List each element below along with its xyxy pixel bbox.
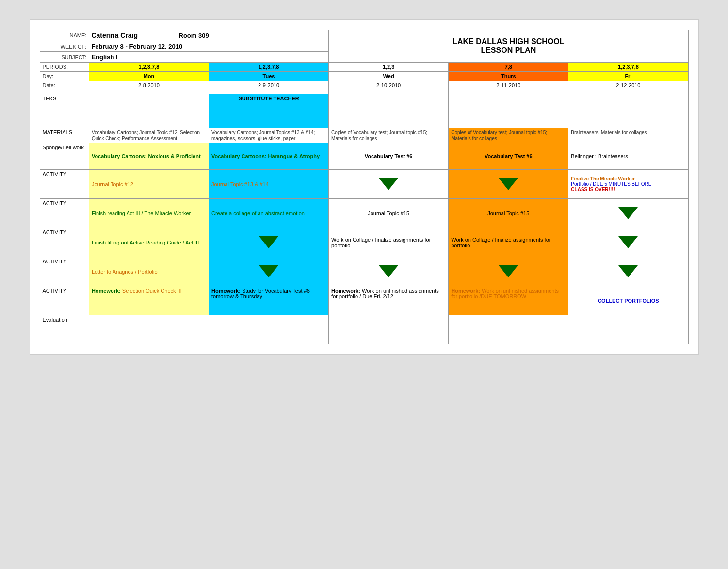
wed-sponge: Vocabulary Test #6 [365,153,413,159]
thu-activity2: Journal Topic #15 [487,211,529,216]
mon-activity1: Journal Topic #12 [92,181,133,187]
tue-sponge: Vocabulary Cartoons: Harangue & Atrophy [211,153,320,159]
wed-activity1-arrow [331,174,446,194]
activity4-row: ACTIVITY Letter to Anagnos / Portfolio [40,257,688,286]
fri-activity1: Finalize The Miracle Worker Portfolio / … [571,176,685,192]
evaluation-row: Evaluation [40,315,688,344]
thu-sponge: Vocabulary Test #6 [485,153,533,159]
fri-day: Fri [568,72,688,81]
sponge-row: Sponge/Bell work Vocabulary Cartoons: No… [40,143,688,170]
tue-activity1: Journal Topic #13 & #14 [211,181,269,187]
tue-hw-label: Homework: [211,288,241,293]
lesson-plan-label: LESSON PLAN [331,46,685,55]
week-value: February 8 - February 12, 2010 [91,43,182,50]
name-row: NAME: Caterina Craig Room 309 LAKE DALLA… [40,30,688,41]
mon-sponge: Vocabulary Cartoons: Noxious & Proficien… [92,153,201,159]
activity2-label: ACTIVITY [40,199,89,228]
periods-row: PERIODS: 1,2,3,7,8 1,2,3,7,8 1,2,3 7,8 1… [40,63,688,72]
thu-hw-label: Homework: [451,288,480,293]
thu-materials: Copies of Vocabulary test; Journal topic… [451,130,547,141]
week-label: WEEK OF: [40,41,89,52]
fri-activity2-arrow [571,203,685,223]
wed-periods: 1,2,3 [329,63,449,72]
mon-day: Mon [89,72,209,81]
fri-periods: 1,2,3,7,8 [568,63,688,72]
name-label: NAME: [40,30,89,41]
main-table: NAME: Caterina Craig Room 309 LAKE DALLA… [40,30,689,344]
thu-activity4-arrow [451,261,566,281]
mon-materials: Vocabulary Cartoons; Journal Topic #12; … [92,130,200,141]
mon-hw-text: Selection Quick Check III [122,288,182,293]
name-value: Caterina Craig [91,32,138,39]
tue-materials: Vocabulary Cartoons; Journal Topics #13 … [211,130,315,141]
subject-value: English I [91,53,117,61]
activity1-label: ACTIVITY [40,170,89,199]
sub-teacher-label: SUBSTITUTE TEACHER [209,94,328,128]
wed-activity2: Journal Topic #15 [368,211,409,216]
thu-day: Thurs [449,72,568,81]
tue-activity4-arrow [211,261,326,281]
wed-day: Wed [329,72,449,81]
school-name: LAKE DALLAS HIGH SCHOOL [331,37,685,46]
tue-periods: 1,2,3,7,8 [209,63,328,72]
wed-activity4-arrow [331,261,446,281]
materials-row: MATERIALS Vocabulary Cartoons; Journal T… [40,128,688,143]
activity-hw-label: ACTIVITY [40,286,89,315]
wed-date: 2-10-2010 [329,81,449,90]
blank-row [40,90,688,94]
mon-activity4: Letter to Anagnos / Portfolio [92,269,158,275]
teks-row: TEKS SUBSTITUTE TEACHER [40,94,688,128]
sponge-label: Sponge/Bell work [40,143,89,170]
page: NAME: Caterina Craig Room 309 LAKE DALLA… [30,19,699,355]
fri-activity1-title: Finalize The Miracle Worker [571,176,685,181]
wed-hw-label: Homework: [331,288,360,293]
thu-activity3: Work on Collage / finalize assignments f… [451,237,550,248]
thu-date: 2-11-2010 [449,81,568,90]
date-label: Date: [40,81,89,90]
evaluation-label: Evaluation [40,315,89,344]
activity4-label: ACTIVITY [40,257,89,286]
wed-materials: Copies of Vocabulary test; Journal topic… [331,130,427,141]
mon-periods: 1,2,3,7,8 [89,63,209,72]
tue-day: Tues [209,72,328,81]
fri-activity4-arrow [571,261,685,281]
homework-row: ACTIVITY Homework: Selection Quick Check… [40,286,688,315]
thu-activity1-arrow [451,174,566,194]
date-row: Date: 2-8-2010 2-9-2010 2-10-2010 2-11-2… [40,81,688,90]
fri-activity1-sub2: CLASS IS OVER!!!! [571,187,685,192]
day-label: Day: [40,72,89,81]
tue-activity2: Create a collage of an abstract emotion [211,211,305,216]
teks-label: TEKS [40,94,89,128]
thu-periods: 7,8 [449,63,568,72]
materials-label: MATERIALS [40,128,89,143]
fri-sponge: Bellringer : Brainteasers [571,153,628,159]
activity2-row: ACTIVITY Finish reading Act III / The Mi… [40,199,688,228]
fri-activity1-sub1: Portfolio / DUE 5 MINUTES BEFORE [571,181,685,187]
periods-label: PERIODS: [40,63,89,72]
mon-activity3: Finish filling out Active Reading Guide … [92,240,199,245]
fri-hw: COLLECT PORTFOLIOS [598,298,659,304]
tue-date: 2-9-2010 [209,81,328,90]
fri-date: 2-12-2010 [568,81,688,90]
day-row: Day: Mon Tues Wed Thurs Fri [40,72,688,81]
activity3-row: ACTIVITY Finish filling out Active Readi… [40,228,688,257]
mon-activity2: Finish reading Act III / The Miracle Wor… [92,211,191,216]
mon-date: 2-8-2010 [89,81,209,90]
activity3-label: ACTIVITY [40,228,89,257]
mon-hw-label: Homework: [92,288,121,293]
room-value: Room 309 [179,32,209,39]
tue-activity3-arrow [211,232,326,252]
fri-materials: Brainteasers; Materials for collages [571,130,647,135]
subject-label: SUBJECT: [40,52,89,63]
wed-activity3: Work on Collage / finalize assignments f… [331,237,431,248]
fri-activity3-arrow [571,232,685,252]
activity1-row: ACTIVITY Journal Topic #12 Journal Topic… [40,170,688,199]
